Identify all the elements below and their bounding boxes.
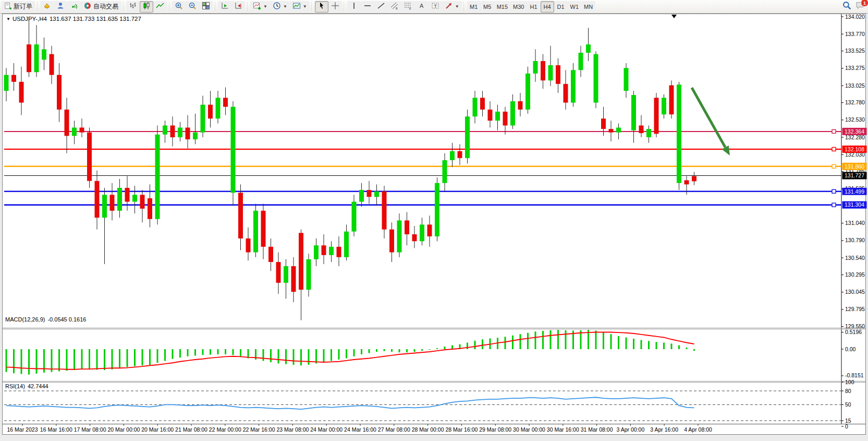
template-icon bbox=[292, 2, 301, 11]
chart-region[interactable]: 134.020133.770133.525133.275133.025132.7… bbox=[0, 14, 868, 441]
toolbar-grip bbox=[311, 2, 313, 11]
notification-badge: 1 bbox=[861, 0, 868, 7]
candle-chart-mode-button[interactable] bbox=[140, 1, 153, 13]
chart-shift-button[interactable] bbox=[231, 1, 245, 13]
svg-text:131.499: 131.499 bbox=[845, 188, 864, 195]
svg-text:132.364: 132.364 bbox=[845, 128, 864, 135]
cursor-tool-button[interactable] bbox=[315, 1, 328, 13]
toolbar-grip bbox=[343, 2, 345, 11]
toolbar-grip bbox=[246, 2, 248, 11]
timeframe-M1[interactable]: M1 bbox=[467, 1, 481, 13]
svg-text:31 Mar 08:00: 31 Mar 08:00 bbox=[581, 426, 613, 433]
search-icon[interactable] bbox=[842, 1, 851, 12]
timeframe-M30[interactable]: M30 bbox=[510, 1, 527, 13]
trendline-tool-button[interactable] bbox=[374, 1, 388, 13]
timeframe-MN[interactable]: MN bbox=[581, 1, 595, 13]
candles-chart-icon bbox=[142, 2, 151, 11]
new-order-button[interactable]: 新订单 bbox=[2, 1, 35, 13]
svg-text:130.790: 130.790 bbox=[845, 237, 865, 243]
macd-title: MACD(12,26,9) bbox=[5, 316, 45, 323]
horizontal-line-icon bbox=[363, 2, 372, 11]
vertical-line-tool-button[interactable] bbox=[347, 1, 361, 13]
svg-text:130.540: 130.540 bbox=[845, 255, 865, 261]
zoom-in-icon bbox=[175, 2, 183, 11]
arrows-tool-button[interactable]: ▼ bbox=[442, 1, 462, 13]
svg-text:30 Mar 00:00: 30 Mar 00:00 bbox=[513, 426, 545, 433]
svg-text:131.040: 131.040 bbox=[845, 220, 865, 226]
chevron-down-icon: ▼ bbox=[455, 4, 459, 9]
svg-text:129.795: 129.795 bbox=[845, 306, 865, 312]
svg-text:4 Apr 08:00: 4 Apr 08:00 bbox=[684, 426, 712, 433]
toolbar-grip bbox=[36, 2, 38, 11]
templates-button[interactable]: ▼ bbox=[290, 1, 310, 13]
svg-text:0: 0 bbox=[845, 423, 848, 430]
auto-trading-label: 自动交易 bbox=[93, 2, 118, 11]
svg-text:132.108: 132.108 bbox=[845, 146, 864, 152]
timeframe-group: M1M5M15M30H1H4D1W1MN bbox=[467, 1, 595, 13]
auto-trading-button[interactable]: 自动交易 bbox=[81, 1, 121, 13]
timeframe-M5[interactable]: M5 bbox=[481, 1, 494, 13]
tile-windows-button[interactable] bbox=[199, 1, 213, 13]
timeframe-D1[interactable]: D1 bbox=[554, 1, 568, 13]
timeframe-M15[interactable]: M15 bbox=[494, 1, 510, 13]
symbol-label[interactable]: ▼USDJPY-,H4131.637 131.733 131.635 131.7… bbox=[6, 16, 141, 22]
svg-text:A: A bbox=[420, 3, 424, 9]
svg-text:F: F bbox=[409, 7, 411, 10]
svg-text:133.025: 133.025 bbox=[845, 82, 865, 89]
text-label-icon: T bbox=[431, 2, 439, 11]
toolbar-grip bbox=[122, 2, 124, 11]
chart-window bbox=[3, 14, 866, 435]
svg-text:29 Mar 08:00: 29 Mar 08:00 bbox=[479, 426, 511, 433]
zoom-out-button[interactable] bbox=[186, 1, 199, 13]
svg-text:131.727: 131.727 bbox=[845, 172, 864, 178]
svg-text:130.295: 130.295 bbox=[845, 271, 865, 278]
svg-text:131.304: 131.304 bbox=[845, 201, 864, 208]
rsi-indicator-label: RSI(14)42.7444 bbox=[5, 383, 48, 389]
rsi-value: 42.7444 bbox=[28, 383, 48, 389]
auto-scroll-button[interactable] bbox=[218, 1, 231, 13]
channel-icon: E bbox=[390, 2, 399, 11]
indicators-button[interactable]: ▼ bbox=[250, 1, 270, 13]
svg-text:100: 100 bbox=[845, 379, 854, 385]
chart-canvas[interactable]: 134.020133.770133.525133.275133.025132.7… bbox=[0, 14, 868, 441]
svg-text:20 Mar 00:00: 20 Mar 00:00 bbox=[107, 426, 140, 433]
svg-text:130.045: 130.045 bbox=[845, 289, 865, 295]
toolbar-grip bbox=[214, 2, 216, 11]
gold-icon bbox=[43, 2, 51, 11]
market-button[interactable] bbox=[40, 1, 54, 13]
macd-values: -0.0545 0.1616 bbox=[47, 316, 86, 323]
timeframe-H1[interactable]: H1 bbox=[527, 1, 541, 13]
new-order-label: 新订单 bbox=[14, 2, 32, 11]
crosshair-tool-button[interactable] bbox=[328, 1, 342, 13]
line-chart-mode-button[interactable] bbox=[153, 1, 167, 13]
signals-button[interactable] bbox=[67, 1, 81, 13]
new-order-icon bbox=[4, 2, 12, 11]
line-chart-icon bbox=[156, 2, 164, 11]
fibonacci-tool-button[interactable]: F bbox=[401, 1, 415, 13]
symbol-dropdown-icon[interactable]: ▼ bbox=[6, 17, 10, 21]
svg-text:T: T bbox=[434, 4, 437, 9]
text-tool-button[interactable]: A bbox=[415, 1, 429, 13]
svg-text:0.00: 0.00 bbox=[845, 346, 856, 352]
notifications-button[interactable]: 1 bbox=[855, 1, 865, 12]
horizontal-line-tool-button[interactable] bbox=[361, 1, 374, 13]
timeframe-H4[interactable]: H4 bbox=[541, 1, 554, 13]
zoom-in-button[interactable] bbox=[172, 1, 186, 13]
bar-chart-mode-button[interactable] bbox=[126, 1, 140, 13]
svg-text:23 Mar 08:00: 23 Mar 08:00 bbox=[276, 426, 309, 433]
timeframe-W1[interactable]: W1 bbox=[568, 1, 582, 13]
indicators-icon bbox=[253, 2, 261, 11]
svg-text:17 Mar 08:00: 17 Mar 08:00 bbox=[74, 426, 106, 433]
zoom-out-icon bbox=[188, 2, 197, 11]
main-toolbar: 新订单 自动交易 bbox=[0, 0, 868, 14]
channel-tool-button[interactable]: E bbox=[388, 1, 401, 13]
symbol-ohlc: 131.637 131.733 131.635 131.727 bbox=[50, 16, 141, 22]
chevron-down-icon: ▼ bbox=[303, 4, 307, 9]
chart-shift-icon bbox=[234, 2, 242, 11]
crosshair-icon bbox=[331, 2, 339, 11]
text-label-tool-button[interactable]: T bbox=[429, 1, 442, 13]
profile-button[interactable] bbox=[54, 1, 67, 13]
periods-button[interactable]: ▼ bbox=[270, 1, 290, 13]
signals-icon bbox=[70, 2, 78, 11]
symbol-title: USDJPY-,H4 bbox=[13, 16, 47, 22]
